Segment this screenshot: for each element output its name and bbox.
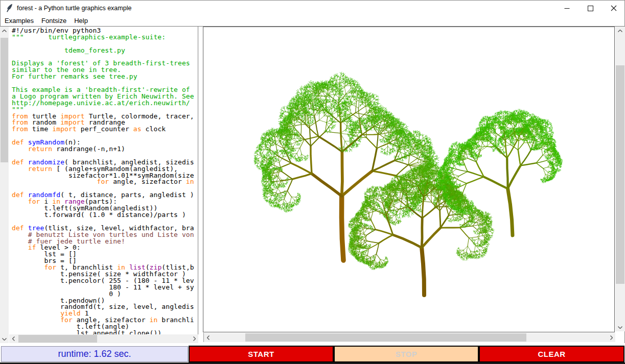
code-hscroll-thumb[interactable] — [18, 335, 97, 343]
chevron-down-icon — [618, 326, 622, 329]
minimize-button[interactable] — [555, 1, 578, 16]
scroll-left-button[interactable] — [9, 334, 17, 343]
code-horizontal-scrollbar[interactable] — [9, 334, 198, 343]
code-line: """ turtlegraphics-example-suite: — [12, 34, 198, 41]
menu-examples[interactable]: Examples — [1, 16, 37, 26]
feather-icon — [6, 4, 13, 12]
canvas-hscroll-thumb[interactable] — [245, 333, 526, 342]
code-editor[interactable]: #!/usr/bin/env python3""" turtlegraphics… — [9, 27, 198, 334]
code-line: http://homepage.univie.ac.at/erich.neuwi… — [12, 100, 198, 107]
app-window: forest - a Python turtle graphics exampl… — [0, 0, 625, 364]
canvas-vscroll-thumb[interactable] — [616, 65, 624, 284]
title-bar: forest - a Python turtle graphics exampl… — [1, 1, 624, 15]
scroll-right-button[interactable] — [190, 334, 198, 343]
menu-bar: Examples Fontsize Help — [1, 15, 624, 26]
code-line: For further remarks see tree.py — [12, 74, 198, 80]
graphics-pane — [203, 27, 615, 332]
canvas-vertical-scrollbar[interactable] — [615, 27, 625, 331]
chevron-up-icon — [618, 30, 622, 32]
menu-help[interactable]: Help — [71, 16, 91, 26]
maximize-icon — [588, 6, 593, 11]
canvas-horizontal-scrollbar[interactable] — [203, 333, 615, 342]
chevron-right-icon — [610, 335, 613, 340]
window-title: forest - a Python turtle graphics exampl… — [17, 5, 131, 12]
close-button[interactable] — [602, 1, 625, 16]
chevron-left-icon — [12, 336, 15, 341]
scroll-up-button[interactable] — [615, 27, 625, 35]
clear-button[interactable]: CLEAR — [479, 346, 624, 362]
code-line: for angle, sizefactor in — [12, 179, 198, 185]
chevron-left-icon — [207, 335, 210, 340]
scroll-down-button[interactable] — [615, 323, 625, 331]
code-line: return randrange(-n,n+1) — [12, 146, 198, 153]
turtle-canvas[interactable] — [203, 27, 614, 332]
code-line: lst.append(t.clone()) — [12, 330, 198, 334]
scroll-right-button[interactable] — [607, 333, 615, 342]
close-icon — [611, 5, 617, 11]
chevron-up-icon — [2, 30, 7, 32]
code-vertical-scrollbar[interactable] — [0, 27, 9, 343]
minimize-icon — [564, 6, 570, 11]
status-bar: runtime: 1.62 sec. START STOP CLEAR — [0, 343, 625, 364]
code-line: t.forward( (1.0 * distance)/parts ) — [12, 212, 198, 219]
stop-button[interactable]: STOP — [334, 346, 479, 362]
chevron-right-icon — [193, 336, 196, 341]
code-line: from time import perf_counter as clock — [12, 126, 198, 133]
scroll-up-button[interactable] — [0, 27, 9, 35]
chevron-down-icon — [2, 338, 7, 341]
code-vscroll-thumb[interactable] — [1, 38, 8, 162]
scroll-left-button[interactable] — [204, 333, 212, 342]
scroll-down-button[interactable] — [0, 335, 9, 343]
runtime-label: runtime: 1.62 sec. — [1, 346, 188, 362]
maximize-button[interactable] — [578, 1, 602, 16]
code-pane: #!/usr/bin/env python3""" turtlegraphics… — [9, 27, 198, 334]
code-line: tdemo_forest.py — [12, 47, 198, 54]
menu-fontsize[interactable]: Fontsize — [38, 16, 70, 26]
start-button[interactable]: START — [189, 346, 334, 362]
